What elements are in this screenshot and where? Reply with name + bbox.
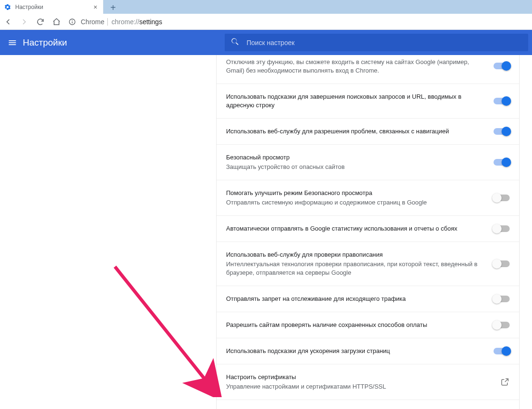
reload-button[interactable]: [34, 16, 47, 28]
address-bar: Chrome chrome://settings: [0, 14, 532, 30]
svg-rect-4: [9, 42, 16, 43]
row-description: Интеллектуальная технология проверки пра…: [226, 260, 486, 277]
menu-button[interactable]: [4, 34, 21, 51]
row-text: Использовать подсказки для завершения по…: [226, 93, 486, 110]
row-text: Отправлять запрет на отслеживание для ис…: [226, 295, 486, 303]
close-icon[interactable]: ×: [92, 2, 99, 12]
row-description: Защищать устройство от опасных сайтов: [226, 163, 486, 171]
settings-content: Разрешить вход в ChromeОтключив эту функ…: [0, 55, 532, 409]
settings-row: Помогать улучшить режим Безопасного прос…: [217, 180, 519, 216]
toggle-switch[interactable]: [494, 260, 510, 267]
row-text: Использовать веб-службу для проверки пра…: [226, 251, 486, 277]
row-text: Разрешить вход в ChromeОтключив эту функ…: [226, 57, 486, 75]
toggle-switch[interactable]: [494, 225, 510, 232]
annotation-arrow: [113, 264, 222, 399]
row-title: Использовать веб-службу для разрешения п…: [226, 127, 486, 136]
external-link-icon[interactable]: [500, 377, 510, 387]
toggle-switch[interactable]: [494, 296, 510, 302]
settings-row[interactable]: Настроить сертификатыУправление настройк…: [217, 364, 519, 400]
browser-tab-settings[interactable]: Настройки ×: [0, 0, 104, 14]
row-description: Отключив эту функцию, вы сможете входить…: [226, 58, 486, 75]
settings-row[interactable]: Настройки контентаВыбрать, какие данные …: [217, 400, 519, 409]
search-box[interactable]: [225, 34, 528, 51]
row-text: Автоматически отправлять в Google статис…: [226, 224, 486, 233]
url-path: settings: [139, 18, 162, 26]
gear-icon: [4, 3, 11, 11]
row-text: Помогать улучшить режим Безопасного прос…: [226, 189, 486, 207]
toggle-switch[interactable]: [494, 63, 510, 69]
svg-point-1: [72, 20, 73, 21]
row-text: Использовать подсказки для ускорения заг…: [226, 347, 486, 355]
row-text: Использовать веб-службу для разрешения п…: [226, 127, 486, 136]
row-title: Разрешить сайтам проверять наличие сохра…: [226, 321, 486, 329]
home-button[interactable]: [50, 16, 63, 28]
svg-rect-5: [9, 44, 16, 45]
back-button[interactable]: [2, 16, 14, 28]
settings-row: Автоматически отправлять в Google статис…: [217, 216, 519, 242]
row-title: Помогать улучшить режим Безопасного прос…: [226, 189, 486, 197]
svg-line-6: [115, 267, 212, 389]
settings-panel: Разрешить вход в ChromeОтключив эту функ…: [216, 55, 520, 409]
new-tab-button[interactable]: +: [104, 1, 122, 14]
svg-rect-3: [9, 40, 16, 41]
search-input[interactable]: [247, 39, 522, 46]
settings-header: Настройки: [0, 30, 532, 55]
url-prefix: chrome://: [112, 18, 139, 26]
row-title: Настроить сертификаты: [226, 373, 493, 381]
settings-row: Использовать веб-службу для проверки пра…: [217, 242, 519, 286]
settings-row: Безопасный просмотрЗащищать устройство о…: [217, 145, 519, 180]
toggle-switch[interactable]: [494, 98, 510, 104]
site-info-icon[interactable]: [68, 18, 76, 26]
settings-row: Использовать подсказки для ускорения заг…: [217, 338, 519, 364]
forward-button[interactable]: [18, 16, 30, 28]
address-field[interactable]: Chrome chrome://settings: [66, 16, 530, 28]
row-title: Автоматически отправлять в Google статис…: [226, 224, 486, 233]
search-icon: [230, 37, 240, 48]
url-chrome-label: Chrome: [81, 18, 108, 26]
toggle-switch[interactable]: [494, 348, 510, 354]
settings-row: Использовать подсказки для завершения по…: [217, 84, 519, 119]
toggle-switch[interactable]: [494, 195, 510, 201]
toggle-switch[interactable]: [494, 128, 510, 135]
row-title: Отправлять запрет на отслеживание для ис…: [226, 295, 486, 303]
page-title: Настройки: [23, 37, 67, 48]
row-title: Использовать подсказки для завершения по…: [226, 93, 486, 110]
settings-row: Отправлять запрет на отслеживание для ис…: [217, 286, 519, 312]
row-title: Использовать веб-службу для проверки пра…: [226, 251, 486, 259]
settings-row: Разрешить сайтам проверять наличие сохра…: [217, 312, 519, 338]
row-description: Отправлять системную информацию и содерж…: [226, 198, 486, 207]
toggle-switch[interactable]: [494, 322, 510, 328]
settings-row: Разрешить вход в ChromeОтключив эту функ…: [217, 55, 519, 84]
tab-strip: Настройки × +: [0, 0, 532, 14]
row-text: Разрешить сайтам проверять наличие сохра…: [226, 321, 486, 329]
tab-title: Настройки: [15, 4, 92, 10]
row-text: Настроить сертификатыУправление настройк…: [226, 373, 493, 391]
row-title: Безопасный просмотр: [226, 153, 486, 162]
settings-row: Использовать веб-службу для разрешения п…: [217, 119, 519, 145]
row-title: Использовать подсказки для ускорения заг…: [226, 347, 486, 355]
row-text: Безопасный просмотрЗащищать устройство о…: [226, 153, 486, 171]
toggle-switch[interactable]: [494, 159, 510, 166]
row-description: Управление настройками и сертификатами H…: [226, 382, 493, 391]
svg-rect-2: [72, 21, 72, 23]
